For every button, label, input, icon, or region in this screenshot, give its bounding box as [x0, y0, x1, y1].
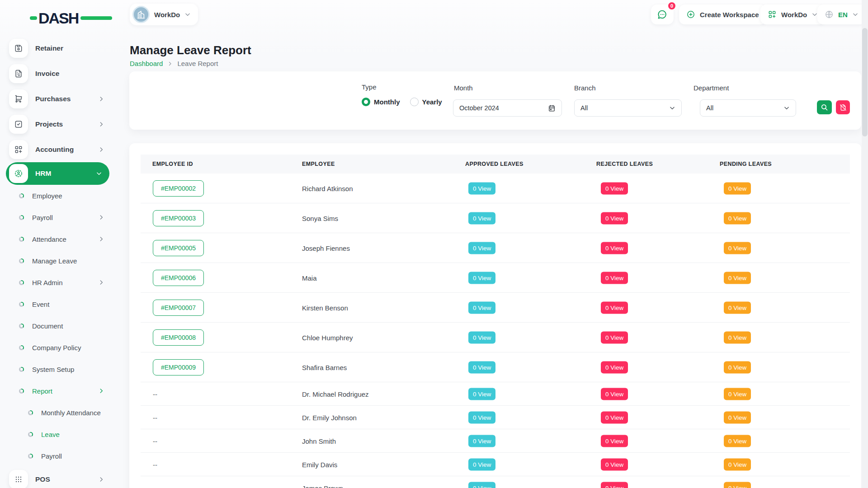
search-button[interactable]: [817, 100, 832, 114]
approved-leaves-view-button[interactable]: 0 View: [468, 242, 495, 254]
sidebar-item-accounting[interactable]: Accounting: [0, 137, 115, 162]
calendar-icon[interactable]: [548, 104, 556, 112]
chevron-right-icon: [98, 146, 104, 153]
sidebar-item-employee[interactable]: Employee: [0, 185, 115, 206]
employee-name: Sonya Sims: [302, 214, 338, 222]
rejected-leaves-view-button[interactable]: 0 View: [601, 212, 628, 224]
rejected-leaves-view-button[interactable]: 0 View: [601, 361, 628, 373]
pending-leaves-view-button[interactable]: 0 View: [724, 388, 751, 400]
reset-button[interactable]: [836, 100, 850, 114]
sidebar-item-payroll[interactable]: Payroll: [0, 206, 115, 228]
rejected-leaves-view-button[interactable]: 0 View: [601, 388, 628, 400]
chevron-right-icon: [98, 476, 104, 483]
rejected-leaves-view-button[interactable]: 0 View: [601, 331, 628, 343]
employee-id-button[interactable]: #EMP00008: [153, 329, 204, 346]
sidebar-item-invoice[interactable]: Invoice: [0, 61, 115, 86]
sidebar-item-hrm[interactable]: HRM: [6, 162, 109, 185]
employee-id-button[interactable]: #EMP00007: [153, 300, 204, 316]
sidebar-item-hr-admin[interactable]: HR Admin: [0, 272, 115, 293]
sidebar-item-label: System Setup: [32, 366, 74, 373]
bullet-icon: [19, 258, 24, 263]
sidebar-item-label: Company Policy: [32, 344, 81, 352]
table-row: #EMP00005Joseph Fiennes0 View0 View0 Vie…: [141, 233, 850, 263]
sidebar-item-system-setup[interactable]: System Setup: [0, 358, 115, 380]
table-row: --John Smith0 View0 View0 View: [141, 429, 850, 453]
pending-leaves-view-button[interactable]: 0 View: [724, 212, 751, 224]
monthly-radio[interactable]: [362, 98, 370, 106]
language-selector[interactable]: EN: [817, 5, 866, 24]
messages-button[interactable]: 0: [651, 5, 674, 24]
rejected-leaves-view-button[interactable]: 0 View: [601, 458, 628, 470]
approved-leaves-view-button[interactable]: 0 View: [468, 388, 495, 400]
table-row: --Dr. Michael Rodriguez0 View0 View0 Vie…: [141, 382, 850, 406]
employee-id-button[interactable]: #EMP00003: [153, 210, 204, 226]
pending-leaves-view-button[interactable]: 0 View: [724, 435, 751, 447]
rejected-leaves-view-button[interactable]: 0 View: [601, 272, 628, 284]
table-row: --Emily Davis0 View0 View0 View: [141, 453, 850, 476]
workspace-menu-button[interactable]: WorkDo: [760, 5, 825, 24]
department-select[interactable]: All: [700, 99, 796, 117]
approved-leaves-view-button[interactable]: 0 View: [468, 482, 495, 488]
sidebar-item-payroll[interactable]: Payroll: [0, 445, 115, 467]
approved-leaves-view-button[interactable]: 0 View: [468, 458, 495, 470]
employee-id-button[interactable]: #EMP00005: [153, 240, 204, 256]
scrollbar-thumb[interactable]: [862, 28, 868, 136]
approved-leaves-view-button[interactable]: 0 View: [468, 182, 495, 194]
pending-leaves-view-button[interactable]: 0 View: [724, 301, 751, 314]
yearly-radio[interactable]: [410, 98, 419, 106]
branch-select[interactable]: All: [574, 99, 682, 117]
employee-name: Dr. Emily Johnson: [302, 413, 357, 421]
sidebar-item-manage-leave[interactable]: Manage Leave: [0, 250, 115, 272]
file-off-icon: [840, 104, 847, 111]
breadcrumb-dashboard-link[interactable]: Dashboard: [130, 60, 163, 67]
globe-icon: [825, 10, 834, 19]
pending-leaves-view-button[interactable]: 0 View: [724, 482, 751, 488]
pending-leaves-view-button[interactable]: 0 View: [724, 361, 751, 373]
pending-leaves-view-button[interactable]: 0 View: [724, 331, 751, 343]
chevron-right-icon: [98, 121, 104, 127]
sidebar-item-document[interactable]: Document: [0, 315, 115, 337]
approved-leaves-view-button[interactable]: 0 View: [468, 331, 495, 343]
rejected-leaves-view-button[interactable]: 0 View: [601, 242, 628, 254]
rejected-leaves-view-button[interactable]: 0 View: [601, 182, 628, 194]
table-header-row: EMPLOYEE IDEMPLOYEEAPPROVED LEAVESREJECT…: [141, 155, 850, 174]
yearly-radio-label[interactable]: Yearly: [422, 98, 442, 106]
workspace-switcher-chip[interactable]: WorkDo: [130, 4, 198, 25]
bullet-icon: [19, 237, 24, 242]
sidebar-item-projects[interactable]: Projects: [0, 112, 115, 137]
sidebar-item-attendance[interactable]: Attendance: [0, 228, 115, 250]
rejected-leaves-view-button[interactable]: 0 View: [601, 301, 628, 314]
approved-leaves-view-button[interactable]: 0 View: [468, 212, 495, 224]
approved-leaves-view-button[interactable]: 0 View: [468, 272, 495, 284]
dash-logo[interactable]: DASH: [30, 10, 78, 26]
sidebar-item-retainer[interactable]: Retainer: [0, 36, 115, 61]
sidebar-item-pos[interactable]: POS: [0, 467, 115, 488]
month-input[interactable]: October 2024: [453, 99, 562, 117]
sidebar-item-purchases[interactable]: Purchases: [0, 86, 115, 112]
sidebar-item-event[interactable]: Event: [0, 293, 115, 315]
chevron-right-icon: [98, 279, 104, 286]
sidebar-item-monthly-attendance[interactable]: Monthly Attendance: [0, 402, 115, 423]
employee-id-button[interactable]: #EMP00002: [153, 180, 204, 197]
employee-id-button[interactable]: #EMP00006: [153, 270, 204, 286]
rejected-leaves-view-button[interactable]: 0 View: [601, 482, 628, 488]
employee-id-button[interactable]: #EMP00009: [153, 359, 204, 375]
sidebar-item-leave[interactable]: Leave: [0, 423, 115, 445]
pending-leaves-view-button[interactable]: 0 View: [724, 272, 751, 284]
approved-leaves-view-button[interactable]: 0 View: [468, 411, 495, 423]
pending-leaves-view-button[interactable]: 0 View: [724, 458, 751, 470]
pending-leaves-view-button[interactable]: 0 View: [724, 411, 751, 423]
approved-leaves-view-button[interactable]: 0 View: [468, 361, 495, 373]
sidebar-item-report[interactable]: Report: [0, 380, 115, 402]
pending-leaves-view-button[interactable]: 0 View: [724, 242, 751, 254]
rejected-leaves-view-button[interactable]: 0 View: [601, 435, 628, 447]
approved-leaves-view-button[interactable]: 0 View: [468, 301, 495, 314]
sidebar-item-company-policy[interactable]: Company Policy: [0, 337, 115, 358]
create-workspace-button[interactable]: Create Workspace: [679, 5, 766, 24]
pending-leaves-view-button[interactable]: 0 View: [724, 182, 751, 194]
rejected-leaves-view-button[interactable]: 0 View: [601, 411, 628, 423]
approved-leaves-view-button[interactable]: 0 View: [468, 435, 495, 447]
monthly-radio-label[interactable]: Monthly: [374, 98, 400, 106]
table-row: #EMP00002Richard Atkinson0 View0 View0 V…: [141, 174, 850, 203]
page-scrollbar[interactable]: [862, 0, 868, 488]
